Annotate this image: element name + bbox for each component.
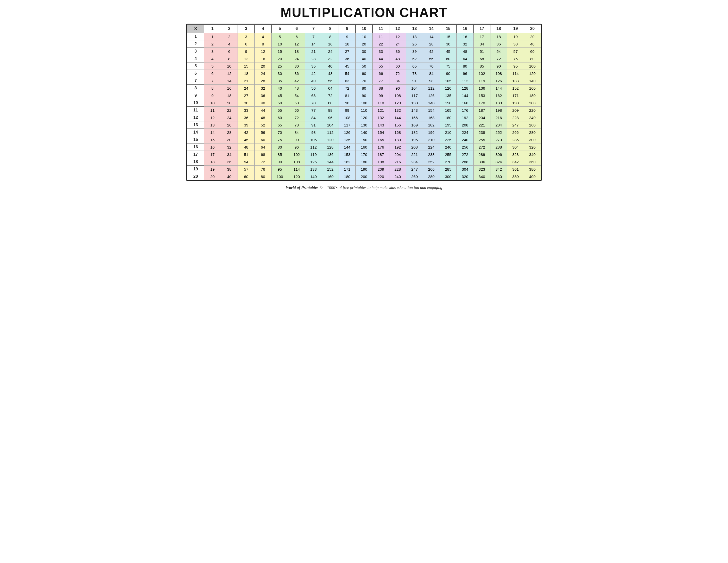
cell-19-13: 247 <box>406 165 423 173</box>
cell-4-7: 28 <box>305 55 322 62</box>
cell-10-4: 40 <box>255 99 271 107</box>
cell-20-7: 140 <box>305 173 322 180</box>
cell-13-16: 208 <box>457 121 473 129</box>
cell-18-17: 306 <box>473 158 490 165</box>
cell-19-4: 76 <box>255 165 271 173</box>
cell-4-6: 24 <box>288 55 305 62</box>
cell-9-18: 162 <box>490 92 507 99</box>
cell-1-7: 7 <box>305 33 322 40</box>
cell-2-20: 40 <box>524 40 541 48</box>
cell-4-19: 76 <box>507 55 524 62</box>
cell-14-1: 14 <box>204 129 221 136</box>
cell-11-8: 88 <box>322 107 339 114</box>
cell-7-3: 21 <box>238 77 254 85</box>
cell-10-18: 180 <box>490 99 507 107</box>
cell-6-20: 120 <box>524 70 541 77</box>
cell-6-5: 30 <box>271 70 288 77</box>
row-header-14: 14 <box>187 129 204 136</box>
header-col-13: 13 <box>406 25 423 33</box>
cell-18-11: 198 <box>372 158 389 165</box>
cell-6-1: 6 <box>204 70 221 77</box>
cell-13-15: 195 <box>440 121 456 129</box>
cell-14-3: 42 <box>238 129 254 136</box>
cell-16-1: 16 <box>204 143 221 151</box>
row-header-1: 1 <box>187 33 204 40</box>
cell-14-10: 140 <box>356 129 372 136</box>
cell-20-4: 80 <box>255 173 271 180</box>
cell-15-3: 45 <box>238 136 254 143</box>
cell-16-20: 320 <box>524 143 541 151</box>
cell-7-18: 126 <box>490 77 507 85</box>
cell-1-1: 1 <box>204 33 221 40</box>
cell-12-7: 84 <box>305 114 322 121</box>
cell-12-3: 36 <box>238 114 254 121</box>
row-header-12: 12 <box>187 114 204 121</box>
row-header-19: 19 <box>187 165 204 173</box>
cell-20-9: 180 <box>339 173 355 180</box>
cell-7-12: 84 <box>389 77 406 85</box>
cell-4-14: 56 <box>423 55 440 62</box>
cell-4-15: 60 <box>440 55 456 62</box>
cell-7-17: 119 <box>473 77 490 85</box>
cell-6-7: 42 <box>305 70 322 77</box>
cell-20-14: 280 <box>423 173 440 180</box>
cell-2-10: 20 <box>356 40 372 48</box>
cell-12-15: 180 <box>440 114 456 121</box>
cell-15-12: 180 <box>389 136 406 143</box>
cell-2-18: 36 <box>490 40 507 48</box>
cell-8-10: 80 <box>356 85 372 92</box>
row-header-10: 10 <box>187 99 204 107</box>
table-row: 6612182430364248546066727884909610210811… <box>187 70 541 77</box>
cell-16-15: 240 <box>440 143 456 151</box>
cell-11-1: 11 <box>204 107 221 114</box>
cell-6-8: 48 <box>322 70 339 77</box>
x-label-cell: X <box>187 25 204 33</box>
row-header-11: 11 <box>187 107 204 114</box>
cell-11-6: 66 <box>288 107 305 114</box>
cell-17-12: 204 <box>389 151 406 158</box>
cell-2-4: 8 <box>255 40 271 48</box>
cell-11-12: 132 <box>389 107 406 114</box>
cell-10-6: 60 <box>288 99 305 107</box>
cell-17-9: 153 <box>339 151 355 158</box>
cell-5-17: 85 <box>473 62 490 70</box>
cell-7-1: 7 <box>204 77 221 85</box>
cell-1-18: 18 <box>490 33 507 40</box>
cell-2-19: 38 <box>507 40 524 48</box>
cell-8-13: 104 <box>406 85 423 92</box>
cell-12-19: 228 <box>507 114 524 121</box>
table-row: 2020406080100120140160180200220240260280… <box>187 173 541 180</box>
cell-7-2: 14 <box>221 77 238 85</box>
cell-7-11: 77 <box>372 77 389 85</box>
cell-20-17: 340 <box>473 173 490 180</box>
cell-12-4: 48 <box>255 114 271 121</box>
cell-11-10: 110 <box>356 107 372 114</box>
cell-1-12: 12 <box>389 33 406 40</box>
cell-17-16: 272 <box>457 151 473 158</box>
cell-15-18: 270 <box>490 136 507 143</box>
cell-16-14: 224 <box>423 143 440 151</box>
cell-6-11: 66 <box>372 70 389 77</box>
cell-17-2: 34 <box>221 151 238 158</box>
table-row: 1111223344556677889911012113214315416517… <box>187 107 541 114</box>
cell-1-6: 6 <box>288 33 305 40</box>
cell-8-20: 160 <box>524 85 541 92</box>
cell-7-16: 112 <box>457 77 473 85</box>
cell-16-9: 144 <box>339 143 355 151</box>
cell-3-4: 12 <box>255 48 271 55</box>
table-row: 33691215182124273033363942454851545760 <box>187 48 541 55</box>
cell-17-3: 51 <box>238 151 254 158</box>
cell-8-12: 96 <box>389 85 406 92</box>
cell-10-14: 140 <box>423 99 440 107</box>
cell-9-6: 54 <box>288 92 305 99</box>
cell-6-2: 12 <box>221 70 238 77</box>
cell-8-6: 48 <box>288 85 305 92</box>
row-header-5: 5 <box>187 62 204 70</box>
cell-7-7: 49 <box>305 77 322 85</box>
cell-8-2: 16 <box>221 85 238 92</box>
cell-14-20: 280 <box>524 129 541 136</box>
cell-12-17: 204 <box>473 114 490 121</box>
table-row: 1717345168851021191361531701872042212382… <box>187 151 541 158</box>
cell-20-3: 60 <box>238 173 254 180</box>
cell-16-17: 272 <box>473 143 490 151</box>
